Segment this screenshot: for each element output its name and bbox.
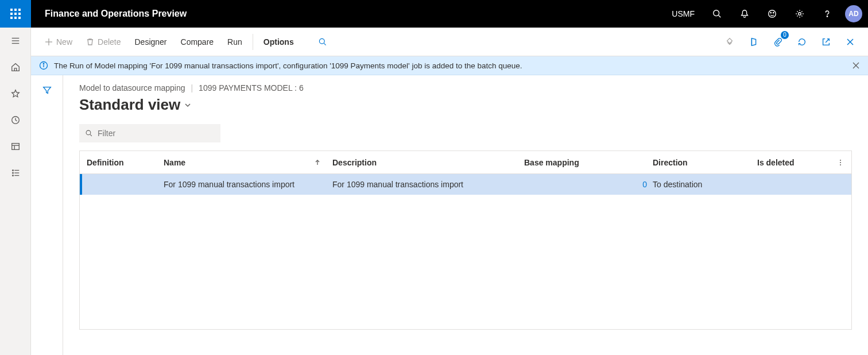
cell-definition <box>80 174 158 195</box>
action-search-button[interactable] <box>312 34 333 50</box>
col-name-label: Name <box>164 158 185 167</box>
svg-point-36 <box>840 164 841 165</box>
svg-point-22 <box>319 38 324 44</box>
popout-icon <box>821 37 831 47</box>
nav-modules-button[interactable] <box>0 160 31 186</box>
settings-button[interactable] <box>786 0 813 28</box>
nav-hamburger-button[interactable] <box>0 28 31 54</box>
action-pane: New Delete Designer Compare Run Options <box>31 28 868 56</box>
refresh-button[interactable] <box>792 32 812 52</box>
col-base-mapping-num-header <box>638 151 647 173</box>
breadcrumb-part2: 1099 PAYMENTS MODEL : 6 <box>199 83 304 92</box>
col-is-deleted[interactable]: Is deleted <box>751 151 820 173</box>
compare-label: Compare <box>181 37 214 47</box>
col-name[interactable]: Name <box>158 151 327 173</box>
options-label: Options <box>264 37 294 47</box>
open-office-button[interactable] <box>744 32 764 52</box>
svg-line-23 <box>324 43 326 45</box>
user-avatar[interactable]: AD <box>845 5 862 22</box>
info-icon <box>39 61 48 70</box>
nav-recent-button[interactable] <box>0 107 31 133</box>
col-direction-label: Direction <box>653 158 688 167</box>
run-button[interactable]: Run <box>222 34 248 50</box>
breadcrumb: Model to datasource mapping | 1099 PAYME… <box>79 83 852 92</box>
gear-icon <box>795 9 805 19</box>
cell-is-deleted <box>751 174 820 195</box>
quick-filter-input[interactable] <box>98 129 215 138</box>
related-info-button[interactable] <box>720 32 739 52</box>
view-title-text: Standard view <box>79 96 180 114</box>
nav-favorites-button[interactable] <box>0 80 31 107</box>
waffle-icon <box>10 9 21 19</box>
col-base-mapping[interactable]: Base mapping <box>518 151 638 173</box>
close-icon <box>846 37 855 47</box>
funnel-icon <box>42 85 52 95</box>
col-definition[interactable]: Definition <box>80 151 158 173</box>
app-launcher-button[interactable] <box>0 0 31 28</box>
page-content: Model to datasource mapping | 1099 PAYME… <box>63 75 868 355</box>
nav-home-button[interactable] <box>0 54 31 80</box>
view-selector[interactable]: Standard view <box>79 96 852 114</box>
svg-point-2 <box>769 10 776 18</box>
svg-point-35 <box>840 162 841 163</box>
svg-point-16 <box>12 172 13 173</box>
top-header: Finance and Operations Preview USMF AD <box>0 0 868 28</box>
cell-base-mapping-num[interactable]: 0 <box>638 174 647 195</box>
svg-line-32 <box>90 134 92 136</box>
col-definition-label: Definition <box>87 158 124 167</box>
notifications-button[interactable] <box>731 0 758 28</box>
svg-point-31 <box>86 130 91 135</box>
col-description[interactable]: Description <box>327 151 518 173</box>
close-form-button[interactable] <box>840 32 860 52</box>
filter-strip <box>31 75 63 355</box>
grid-more-button[interactable] <box>833 151 848 174</box>
designer-button[interactable]: Designer <box>129 34 172 50</box>
table-row[interactable]: For 1099 manual transactions import For … <box>80 174 851 195</box>
filter-pane-button[interactable] <box>39 82 55 98</box>
help-button[interactable] <box>814 0 840 28</box>
more-vertical-icon <box>836 159 844 167</box>
app-title: Finance and Operations Preview <box>45 9 187 19</box>
bell-icon <box>739 9 750 19</box>
trash-icon <box>86 38 94 46</box>
run-label: Run <box>227 37 242 47</box>
popout-button[interactable] <box>816 32 836 52</box>
svg-point-14 <box>12 170 13 171</box>
legal-entity[interactable]: USMF <box>664 9 703 18</box>
search-button[interactable] <box>704 0 730 28</box>
new-button[interactable]: New <box>39 34 78 50</box>
clock-icon <box>10 115 21 125</box>
feedback-button[interactable] <box>759 0 785 28</box>
close-icon <box>852 61 860 70</box>
grid-body: For 1099 manual transactions import For … <box>80 174 851 329</box>
data-grid: Definition Name Description Base mapping… <box>79 151 852 330</box>
search-icon <box>318 37 327 47</box>
cell-base-mapping <box>518 174 638 195</box>
help-icon <box>822 9 832 19</box>
attachment-icon <box>773 37 783 47</box>
nav-workspaces-button[interactable] <box>0 133 31 160</box>
left-nav-rail <box>0 28 31 355</box>
office-icon <box>749 37 759 47</box>
header-right: USMF AD <box>664 0 868 28</box>
col-description-label: Description <box>332 158 377 167</box>
refresh-icon <box>797 37 807 47</box>
svg-point-3 <box>770 12 771 13</box>
info-bar: The Run of Model mapping 'For 1099 manua… <box>31 56 868 75</box>
attachments-button[interactable]: 0 <box>768 32 788 52</box>
quick-filter[interactable] <box>79 124 220 142</box>
attachments-badge: 0 <box>781 31 789 39</box>
delete-button[interactable]: Delete <box>80 34 126 50</box>
compare-button[interactable]: Compare <box>175 34 220 50</box>
info-close-button[interactable] <box>852 61 860 70</box>
svg-point-18 <box>12 175 13 176</box>
col-direction[interactable]: Direction <box>647 151 751 173</box>
plus-icon <box>45 38 53 46</box>
workspace-icon <box>10 141 21 152</box>
options-button[interactable]: Options <box>258 34 300 50</box>
svg-rect-11 <box>11 144 19 150</box>
col-is-deleted-label: Is deleted <box>757 158 795 167</box>
action-separator <box>253 34 253 50</box>
main-area: New Delete Designer Compare Run Options <box>31 28 868 355</box>
breadcrumb-part1: Model to datasource mapping <box>79 83 185 92</box>
